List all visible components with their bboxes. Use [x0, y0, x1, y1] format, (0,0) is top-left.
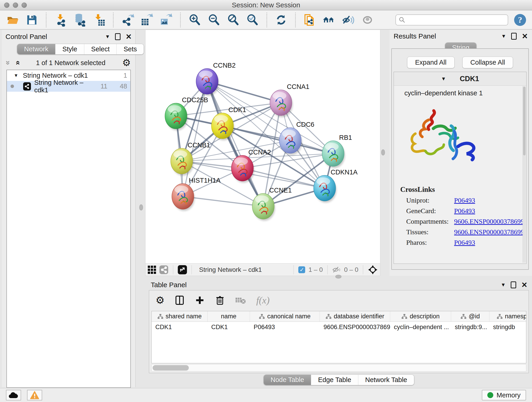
- show-columns-icon[interactable]: [175, 295, 185, 305]
- string-network-icon: [23, 82, 31, 90]
- export-network-button[interactable]: [121, 13, 134, 27]
- minimize-window-button[interactable]: [13, 2, 18, 8]
- results-scrollbar-thumb[interactable]: [523, 87, 526, 155]
- search-input[interactable]: [407, 16, 499, 23]
- export-image-button[interactable]: [159, 13, 173, 27]
- memory-button[interactable]: Memory: [482, 390, 526, 400]
- import-network-file-button[interactable]: [54, 13, 67, 27]
- genecard-link[interactable]: P06493: [454, 207, 475, 215]
- zoom-fit-button[interactable]: [227, 13, 240, 27]
- table-scrollbar-thumb[interactable]: [152, 365, 189, 370]
- open-in-window-icon[interactable]: [178, 265, 187, 274]
- column-header-namespace[interactable]: namespace: [489, 311, 526, 322]
- tree-expander-icon[interactable]: ▼: [14, 73, 18, 78]
- delete-table-icon[interactable]: [235, 296, 246, 305]
- panel-close-icon[interactable]: ✕: [126, 32, 132, 41]
- node-CCNE1[interactable]: CCNE1: [252, 186, 292, 221]
- function-builder-icon[interactable]: f(x): [256, 295, 269, 306]
- node-RB1[interactable]: RB1: [322, 134, 352, 168]
- panel-collapse-icon[interactable]: ▼: [501, 33, 506, 39]
- protein-collapse-icon[interactable]: ▼: [441, 76, 446, 82]
- tab-edge-table[interactable]: Edge Table: [311, 375, 358, 385]
- birds-eye-view-icon[interactable]: [368, 265, 378, 275]
- grid-view-icon[interactable]: [148, 266, 156, 274]
- expand-all-button[interactable]: Expand All: [407, 57, 455, 68]
- tab-style[interactable]: Style: [55, 44, 84, 54]
- edge-CDK1-RB1[interactable]: [222, 126, 333, 153]
- share-view-icon[interactable]: [159, 265, 168, 274]
- tab-sets[interactable]: Sets: [116, 44, 144, 54]
- expand-all-networks-icon[interactable]: »: [13, 61, 21, 65]
- table-row[interactable]: CDK1 CDK1 P06493 9606.ENSP00000378699 cy…: [152, 322, 526, 333]
- node-CCNA1[interactable]: CCNA1: [270, 83, 309, 117]
- node-CDKN1A[interactable]: CDKN1A: [314, 168, 358, 203]
- column-header-database-identifier[interactable]: database identifier: [320, 311, 390, 322]
- panel-close-icon[interactable]: ✕: [522, 32, 528, 41]
- network-row-selected[interactable]: String Network – cdk1 11 48: [7, 81, 130, 92]
- column-header-description[interactable]: description: [390, 311, 451, 322]
- column-header-canonical-name[interactable]: canonical name: [250, 311, 320, 322]
- hide-selected-button[interactable]: [342, 13, 355, 27]
- show-hidden-button[interactable]: [361, 13, 374, 27]
- network-options-gear-icon[interactable]: ⚙: [122, 58, 131, 68]
- table-horizontal-scrollbar[interactable]: [152, 364, 526, 371]
- edge-HIST1H1A-CCNE1[interactable]: [183, 196, 263, 206]
- results-scrollbar[interactable]: [523, 86, 526, 263]
- table-options-gear-icon[interactable]: ⚙: [156, 295, 165, 305]
- cell-canonical-name[interactable]: P06493: [250, 322, 320, 332]
- zoom-in-button[interactable]: [188, 13, 201, 27]
- uniprot-link[interactable]: P06493: [454, 196, 475, 204]
- cloud-status-button[interactable]: [6, 390, 21, 400]
- cell-name[interactable]: CDK1: [208, 322, 250, 332]
- save-session-button[interactable]: [25, 13, 38, 27]
- panel-collapse-icon[interactable]: ▼: [105, 34, 110, 40]
- column-header-id[interactable]: @id: [451, 311, 489, 322]
- help-button[interactable]: ?: [514, 14, 526, 26]
- open-session-button[interactable]: [6, 13, 19, 27]
- show-all-networks-button[interactable]: [322, 13, 336, 27]
- bottom-splitter-handle[interactable]: [336, 275, 341, 279]
- collapse-all-networks-icon[interactable]: »: [5, 61, 12, 65]
- cell-id[interactable]: stringdb:9...: [451, 322, 489, 332]
- node-CCNB2[interactable]: CCNB2: [196, 62, 235, 96]
- panel-float-icon[interactable]: [511, 281, 516, 288]
- export-table-button[interactable]: [140, 13, 153, 27]
- tab-network[interactable]: Network: [17, 44, 55, 54]
- zoom-window-button[interactable]: [22, 2, 27, 8]
- warnings-button[interactable]: [27, 390, 42, 400]
- collapse-all-button[interactable]: Collapse All: [462, 57, 513, 68]
- left-splitter-handle[interactable]: [139, 204, 143, 211]
- node-HIST1H1A[interactable]: HIST1H1A: [172, 177, 221, 211]
- panel-collapse-icon[interactable]: ▼: [500, 282, 506, 288]
- node-CDC25B[interactable]: CDC25B: [165, 96, 208, 130]
- network-canvas[interactable]: CCNB2CCNA1CDC25BCDK1CDC6RB1CCNB1CCNA2CDK…: [146, 30, 380, 263]
- cell-description[interactable]: cyclin–dependent ...: [390, 322, 451, 332]
- add-column-icon[interactable]: [195, 295, 205, 305]
- tab-select[interactable]: Select: [84, 44, 117, 54]
- cell-database-identifier[interactable]: 9606.ENSP00000378699: [320, 322, 390, 332]
- tab-network-table[interactable]: Network Table: [358, 375, 414, 385]
- clone-network-button[interactable]: [303, 13, 317, 27]
- panel-float-icon[interactable]: [511, 33, 517, 40]
- refresh-view-button[interactable]: [274, 13, 288, 27]
- panel-float-icon[interactable]: [115, 33, 120, 40]
- panel-close-icon[interactable]: ✕: [521, 281, 527, 289]
- import-network-database-button[interactable]: [73, 13, 86, 27]
- compartments-link[interactable]: 9606.ENSP00000378699: [454, 217, 524, 225]
- cell-shared-name[interactable]: CDK1: [152, 322, 208, 332]
- column-header-shared-name[interactable]: shared name: [152, 311, 208, 322]
- import-table-file-button[interactable]: [92, 13, 106, 27]
- cell-namespace[interactable]: stringdb: [489, 322, 526, 332]
- column-header-name[interactable]: name: [208, 311, 250, 322]
- selected-checkbox-icon[interactable]: ✓: [298, 266, 305, 273]
- tab-node-table[interactable]: Node Table: [264, 375, 311, 385]
- right-splitter-handle[interactable]: [381, 149, 385, 155]
- edge-CCNB2-CCNE1[interactable]: [207, 81, 263, 206]
- delete-column-icon[interactable]: [215, 295, 225, 305]
- zoom-out-button[interactable]: [207, 13, 221, 27]
- tissues-link[interactable]: 9606.ENSP00000378699: [454, 228, 524, 236]
- footer-separator: [363, 265, 363, 274]
- pharos-link[interactable]: P06493: [454, 239, 475, 246]
- zoom-selected-button[interactable]: [246, 13, 259, 27]
- close-window-button[interactable]: [4, 2, 9, 8]
